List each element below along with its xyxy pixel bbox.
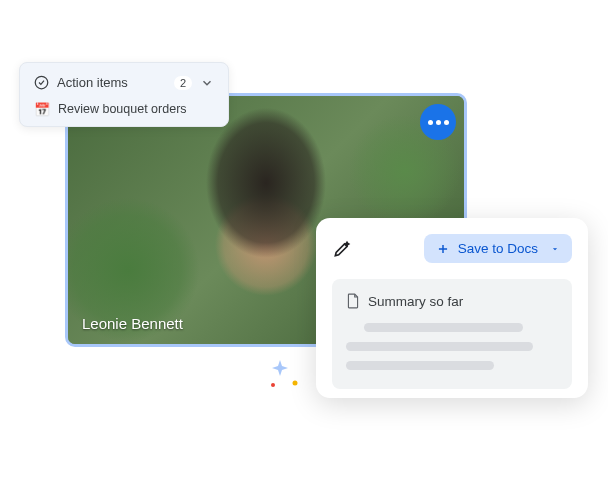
svg-point-0 xyxy=(35,76,48,89)
more-options-button[interactable] xyxy=(420,104,456,140)
plus-icon xyxy=(436,242,450,256)
placeholder-line xyxy=(346,361,494,370)
save-to-docs-button[interactable]: Save to Docs xyxy=(424,234,572,263)
placeholder-line xyxy=(346,342,533,351)
caret-down-icon xyxy=(550,244,560,254)
dots-icon xyxy=(428,120,433,125)
summary-panel: Save to Docs Summary so far xyxy=(316,218,588,398)
action-item-text: Review bouquet orders xyxy=(58,102,187,116)
svg-point-1 xyxy=(293,381,298,386)
checkmark-circle-icon xyxy=(34,75,49,90)
save-button-label: Save to Docs xyxy=(458,241,538,256)
action-item-row[interactable]: 📅 Review bouquet orders xyxy=(20,100,228,116)
ai-pen-icon xyxy=(332,239,352,259)
summary-title-text: Summary so far xyxy=(368,294,463,309)
svg-point-2 xyxy=(271,383,275,387)
action-items-count-badge: 2 xyxy=(174,76,192,90)
summary-body: Summary so far xyxy=(332,279,572,389)
action-items-title: Action items xyxy=(57,75,166,90)
dots-icon xyxy=(444,120,449,125)
action-items-panel: Action items 2 📅 Review bouquet orders xyxy=(19,62,229,127)
sparkle-decoration-icon xyxy=(265,355,305,395)
calendar-icon: 📅 xyxy=(34,103,50,116)
summary-title-row: Summary so far xyxy=(346,293,558,309)
document-icon xyxy=(346,293,360,309)
dots-icon xyxy=(436,120,441,125)
participant-name-label: Leonie Bennett xyxy=(82,315,183,332)
action-items-header[interactable]: Action items 2 xyxy=(20,73,228,100)
summary-header: Save to Docs xyxy=(332,234,572,263)
placeholder-line xyxy=(364,323,523,332)
chevron-down-icon xyxy=(200,76,214,90)
